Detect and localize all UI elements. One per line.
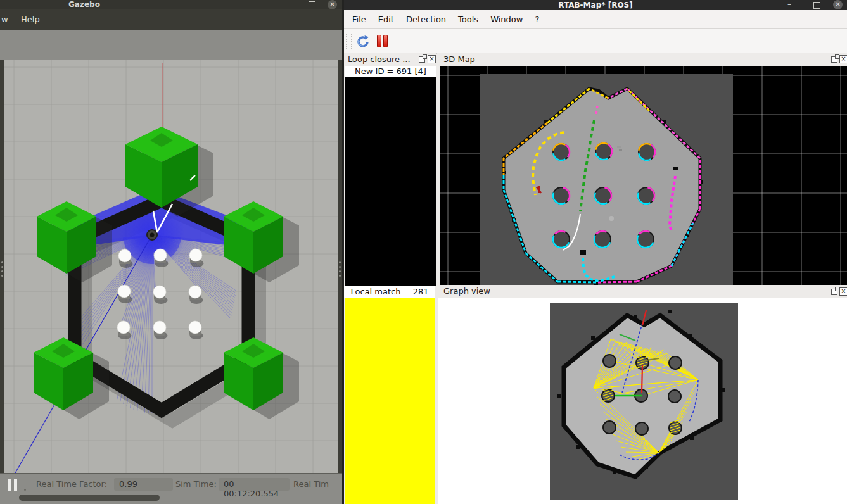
white-cylinders (117, 249, 204, 339)
gazebo-window: Gazebo – × w Help (0, 0, 342, 504)
loop-closure-panel-title: Loop closure ... (348, 54, 411, 64)
sim-time-label: Sim Time: (175, 479, 217, 489)
local-match-status: Local match = 281 [1] (344, 286, 435, 298)
menu-file[interactable]: File (352, 15, 366, 24)
gazebo-scene-render (0, 60, 342, 473)
red-constraint (642, 365, 642, 393)
graph-render (550, 303, 738, 500)
menu-help[interactable]: Help (21, 15, 40, 24)
graph-view-panel-header[interactable]: Graph view × (437, 286, 847, 298)
pause-button[interactable] (377, 29, 390, 53)
refresh-icon (355, 34, 371, 50)
graph-view-panel-title: Graph view (443, 286, 490, 296)
robot-center (150, 233, 155, 237)
gazebo-menubar: w Help (0, 9, 342, 31)
black-tick (580, 250, 586, 255)
float-panel-icon[interactable] (831, 56, 837, 63)
rtabmap-menubar: File Edit Detection Tools Window ? (344, 10, 847, 29)
graph-view-area[interactable] (438, 298, 847, 504)
minimize-icon[interactable]: – (787, 1, 791, 8)
gray-mark (619, 149, 622, 151)
rtabmap-window-title: RTAB-Map* [ROS] (344, 1, 847, 9)
pause-icon (377, 35, 381, 47)
pause-icon (383, 35, 388, 47)
menu-tools[interactable]: Tools (458, 15, 478, 24)
menu-window[interactable]: Window (490, 15, 523, 24)
gazebo-statusbar: Real Time Factor: 0.99 Sim Time: 00 00:1… (0, 473, 342, 504)
step-dot-icon (24, 489, 26, 491)
map3d-panel-title: 3D Map (443, 54, 475, 64)
close-panel-icon[interactable]: × (839, 55, 847, 63)
right-panel-splitter[interactable] (338, 60, 342, 473)
gazebo-titlebar[interactable]: Gazebo – × (0, 0, 342, 9)
local-match-image (345, 298, 435, 504)
green-pillars (34, 127, 283, 410)
loop-closure-image (345, 77, 436, 286)
map3d-render (440, 66, 847, 285)
gazebo-toolbar: ↶ ▾ ↷ ▾ ☀ (0, 30, 342, 60)
gray-dot (609, 216, 614, 221)
close-icon[interactable]: × (328, 0, 337, 9)
rtabmap-titlebar[interactable]: RTAB-Map* [ROS] – × (344, 0, 847, 10)
float-panel-icon[interactable] (831, 289, 837, 295)
rtabmap-window: RTAB-Map* [ROS] – × File Edit Detection … (344, 0, 847, 504)
float-panel-icon[interactable] (419, 56, 425, 63)
close-icon[interactable]: × (833, 0, 843, 9)
maximize-icon[interactable] (309, 1, 315, 8)
real-time-label-truncated: Real Tim (293, 479, 329, 489)
map3d-viewport[interactable] (440, 66, 847, 285)
close-panel-icon[interactable]: × (839, 287, 847, 296)
gazebo-window-title: Gazebo (68, 0, 100, 9)
menu-window-truncated[interactable]: w (1, 15, 8, 24)
menu-help[interactable]: ? (535, 15, 539, 24)
sim-time-value: 00 00:12:20.554 (219, 478, 290, 491)
loop-closure-panel-header[interactable]: Loop closure ... × (344, 53, 436, 66)
minimize-icon[interactable]: – (284, 0, 288, 8)
gray-mark (617, 146, 621, 148)
rtabmap-toolbar (344, 29, 847, 54)
real-time-factor-value: 0.99 (114, 478, 173, 491)
menu-edit[interactable]: Edit (378, 15, 394, 24)
pause-icon[interactable] (14, 479, 17, 491)
gazebo-3d-viewport[interactable] (0, 60, 342, 473)
loop-closure-status: New ID = 691 [4] (345, 66, 436, 77)
close-panel-icon[interactable]: × (428, 55, 436, 63)
pause-icon[interactable] (8, 479, 11, 491)
graph-view-image (550, 303, 738, 500)
refresh-button[interactable] (355, 34, 371, 50)
map3d-panel-header[interactable]: 3D Map × (437, 53, 847, 66)
left-panel-splitter[interactable] (0, 60, 4, 473)
menu-detection[interactable]: Detection (406, 15, 446, 24)
maximize-icon[interactable] (813, 2, 820, 9)
desktop: Gazebo – × w Help (0, 0, 847, 504)
toolbar-drag-handle[interactable] (346, 34, 352, 49)
playback-slider[interactable] (19, 495, 160, 501)
real-time-factor-label: Real Time Factor: (36, 479, 107, 489)
black-tick (673, 167, 678, 170)
